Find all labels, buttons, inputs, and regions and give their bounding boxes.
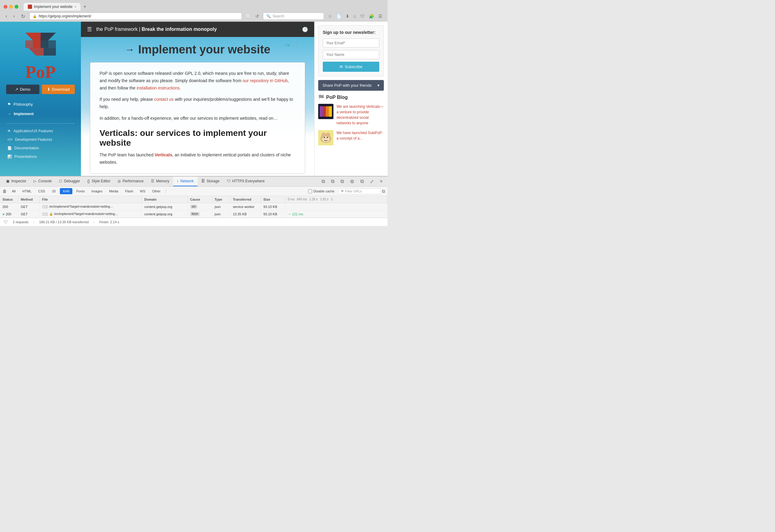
name-input[interactable] [323, 50, 379, 59]
cast-icon[interactable]: ⬜ [244, 13, 252, 20]
sidebar-item-implement[interactable]: → Implement [0, 109, 81, 118]
email-input[interactable] [323, 38, 379, 48]
tab-close-button[interactable]: × [74, 5, 76, 9]
devtools-tab-console[interactable]: ▷ Console [30, 176, 55, 186]
search-icon: 🔍 [266, 14, 271, 18]
filter-media[interactable]: Media [106, 188, 121, 194]
close-button[interactable] [4, 5, 7, 9]
share-button[interactable]: Share PoP with your friends ▾ [318, 80, 384, 91]
bookmark-icon[interactable]: ☆ [326, 13, 333, 20]
filter-ws[interactable]: WS [137, 188, 148, 194]
console-icon: ▷ [34, 179, 36, 183]
devtools-tab-inspector[interactable]: ▣ Inspector [2, 176, 30, 186]
sidebar-sub-label: Presentations [14, 154, 37, 159]
disable-cache-label[interactable]: Disable cache [308, 189, 334, 193]
devtools-tab-performance[interactable]: ◎ Performance [114, 176, 147, 186]
blog-item-1[interactable]: We are launching Verticals—a venture to … [318, 104, 384, 126]
more-options-icon[interactable]: ⋮ [294, 42, 299, 48]
share-icon[interactable]: ↪ [285, 42, 290, 49]
forward-button[interactable]: › [11, 13, 16, 20]
url-bar[interactable]: 🔒 https://getpop.org/en/implement/ [29, 13, 242, 20]
devtools-tab-network[interactable]: ↕ Network [173, 176, 197, 186]
filter-flash[interactable]: Flash [122, 188, 136, 194]
contact-link[interactable]: contact us [154, 97, 174, 102]
cell-domain: content.getpop.org [142, 203, 188, 210]
filter-images[interactable]: Images [89, 188, 105, 194]
filter-css[interactable]: CSS [35, 188, 48, 194]
col-transferred: Transferred [230, 196, 261, 203]
sidebar-item-dev[interactable]: </> Development Features [0, 135, 81, 144]
sidebar-item-presentations[interactable]: 📊 Presentations [0, 152, 81, 161]
responsive-icon[interactable]: ⧉ [358, 177, 366, 185]
maximize-button[interactable] [15, 5, 18, 9]
download-icon[interactable]: ⬇ [344, 13, 351, 20]
minimize-button[interactable] [9, 5, 13, 9]
blog-item-2[interactable]: We have launched SukiPoP: a concept of a… [318, 130, 384, 145]
refresh-icon[interactable]: ↺ [254, 13, 260, 20]
sidebar-item-philosophy[interactable]: ⚑ Philosophy [0, 99, 81, 109]
menu-icon[interactable]: ☰ [377, 13, 384, 20]
body-paragraph-1: PoP is open source software released und… [100, 70, 295, 92]
memory-icon: ☰ [151, 179, 154, 183]
github-link[interactable]: our repository in GitHub [242, 78, 288, 83]
filter-fonts[interactable]: Fonts [74, 188, 88, 194]
sidebar-item-label: Philosophy [13, 102, 33, 107]
filter-all[interactable]: All [9, 188, 18, 194]
clear-icon[interactable]: 🗑 [2, 189, 7, 193]
devtools-tab-storage[interactable]: 🗄 Storage [197, 176, 223, 186]
sidebar-item-docs[interactable]: 📄 Documentation [0, 144, 81, 152]
logo-graphic [16, 27, 65, 63]
table-row[interactable]: ●200 GET ⬜ 🔒 /en/implement/?target=main&… [0, 210, 388, 218]
sidebar-item-app-ux[interactable]: 👁 Application/UX Features [0, 127, 81, 135]
new-tab-button[interactable]: + [81, 3, 89, 11]
devtools-tab-memory[interactable]: ☰ Memory [147, 176, 173, 186]
svg-marker-12 [320, 106, 323, 117]
cell-method: GET [18, 203, 40, 210]
dock-right-icon[interactable]: ⧉ [338, 177, 346, 185]
filter-html[interactable]: HTML [20, 188, 34, 194]
toolbar-icons: ⬜ ↺ [244, 13, 260, 20]
refresh-button[interactable]: ↻ [19, 13, 27, 20]
share-label: Share PoP with your friends [322, 83, 371, 88]
active-tab[interactable]: Implement your website × [23, 2, 81, 11]
blog-thumbnail-verticals [318, 104, 333, 119]
url-filter-input[interactable]: ⚑ Filter URLs [338, 188, 381, 194]
devtools-tab-debugger[interactable]: ⬡ Debugger [55, 176, 84, 186]
installation-link[interactable]: installation instructions. [136, 85, 181, 90]
close-devtools-button[interactable]: × [377, 177, 385, 185]
download-button[interactable]: ⬇ Download [42, 85, 75, 94]
filter-other[interactable]: Other [149, 188, 163, 194]
col-status: Status [0, 196, 18, 203]
clock-icon[interactable]: 🕐 [302, 27, 308, 32]
filter-xhr[interactable]: XHR [60, 188, 72, 194]
demo-button[interactable]: ↗ Demo [6, 85, 39, 94]
svg-marker-7 [44, 48, 56, 56]
devtools-tab-https[interactable]: 🛡 HTTPS Everywhere [223, 176, 268, 186]
reader-icon[interactable]: 📄 [335, 13, 343, 20]
table-row[interactable]: 200 GET ⬜ /en/implement/?target=main&mod… [0, 203, 388, 210]
disable-cache-checkbox[interactable] [308, 189, 312, 193]
cell-timeline [285, 203, 388, 210]
devtools-tab-style-editor[interactable]: {} Style Editor [84, 176, 114, 186]
fullscreen-icon[interactable]: ⤢ [367, 177, 376, 186]
svg-point-17 [322, 136, 329, 142]
dock-bottom-icon[interactable]: ⧉ [328, 177, 337, 185]
search-box[interactable]: 🔍 Search [263, 13, 324, 20]
svg-point-19 [327, 137, 328, 138]
subscribe-button[interactable]: ✉ Subscribe [323, 62, 379, 72]
verticals-link[interactable]: Verticals [154, 152, 172, 157]
devtools-status-bar: 🛡 2 requests | 186.21 KB / 13.35 KB tran… [0, 218, 388, 226]
back-button[interactable]: ‹ [4, 13, 9, 20]
presentation-icon: 📊 [7, 154, 12, 159]
toolbar-separator [166, 189, 166, 193]
column-settings-icon[interactable]: ⧉ [382, 189, 385, 194]
settings-icon[interactable]: ⚙ [347, 177, 357, 186]
cell-file: ⬜ 🔒 /en/implement/?target=main&module=se… [40, 210, 142, 217]
home-icon[interactable]: ⌂ [352, 13, 357, 20]
extensions-icon[interactable]: 🧩 [367, 13, 375, 20]
dock-split-icon[interactable]: ⧉ [319, 177, 327, 185]
hamburger-icon[interactable]: ☰ [87, 26, 92, 33]
cell-size: 93.10 KB [261, 210, 285, 217]
shield-icon[interactable]: 🛡 [359, 13, 366, 20]
filter-js[interactable]: JS [49, 188, 59, 194]
